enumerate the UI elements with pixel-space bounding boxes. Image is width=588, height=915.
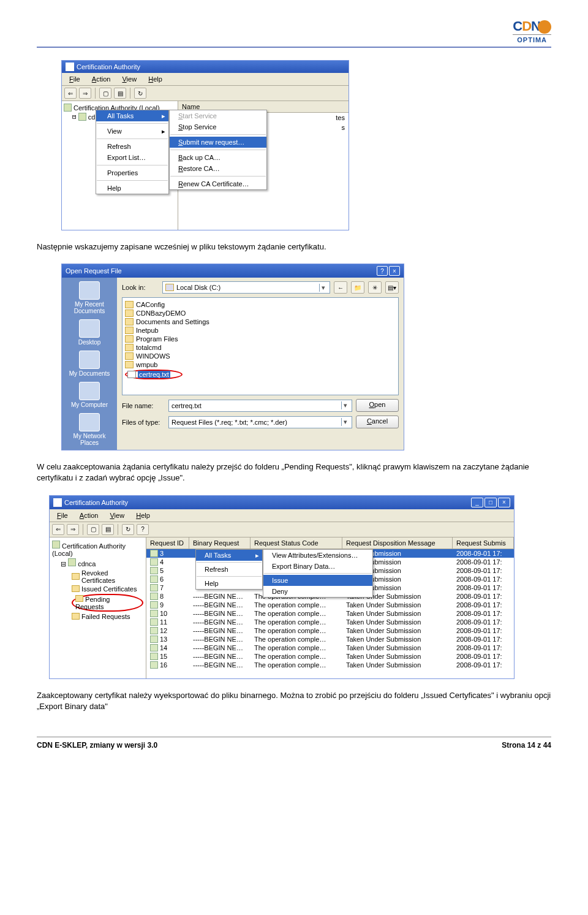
dropdown-icon[interactable]: ▾ — [319, 284, 327, 292]
props-button[interactable]: ▤ — [114, 88, 126, 99]
cell-binary: -----BEGIN NE… — [189, 652, 251, 661]
up-button[interactable]: 📁 — [351, 281, 364, 294]
col-request-id[interactable]: Request ID — [146, 537, 189, 549]
back-button[interactable]: ← — [334, 281, 347, 294]
menu-renew-ca-cert[interactable]: Renew CA Certificate… — [170, 178, 266, 189]
table-row[interactable]: 16-----BEGIN NE…The operation comple…Tak… — [146, 661, 514, 669]
folder-name: Program Files — [136, 335, 178, 343]
newfolder-button[interactable]: ✳ — [368, 281, 382, 294]
back-button[interactable]: ⇐ — [64, 88, 77, 99]
cell-binary: -----BEGIN NE… — [189, 601, 251, 609]
menu-file[interactable]: File — [52, 511, 73, 520]
menu-view[interactable]: View — [105, 511, 129, 520]
folder-row[interactable]: wmpub — [125, 360, 396, 369]
close-button[interactable]: × — [389, 266, 400, 276]
menu-refresh[interactable]: Refresh — [96, 141, 168, 152]
menu-view[interactable]: View — [96, 126, 168, 137]
ca-icon — [68, 558, 76, 566]
lookin-combo[interactable]: Local Disk (C:) ▾ — [162, 281, 330, 294]
file-list[interactable]: CAConfigCDNBazyDEMODocuments and Setting… — [122, 297, 399, 395]
tree-issued[interactable]: Issued Certificates — [52, 585, 143, 593]
forward-button[interactable]: ⇒ — [67, 524, 79, 535]
place-recent[interactable]: My Recent Documents — [64, 281, 115, 314]
back-button[interactable]: ⇐ — [52, 524, 64, 535]
menu-export-binary[interactable]: Export Binary Data… — [263, 561, 372, 572]
table-row[interactable]: 15-----BEGIN NE…The operation comple…Tak… — [146, 652, 514, 661]
folder-name: wmpub — [136, 361, 157, 368]
folder-row[interactable]: WINDOWS — [125, 352, 396, 360]
menu-help[interactable]: Help — [196, 578, 262, 589]
maximize-button[interactable]: □ — [484, 498, 497, 507]
folder-row[interactable]: CAConfig — [125, 300, 396, 309]
menu-backup-ca[interactable]: Back up CA… — [170, 152, 266, 163]
place-desktop[interactable]: Desktop — [78, 319, 101, 346]
menu-submit-new-request[interactable]: Submit new request… — [170, 137, 266, 148]
tree-pending-highlight[interactable]: Pending Requests — [52, 593, 143, 612]
menu-deny[interactable]: Deny — [263, 586, 372, 597]
menu-action[interactable]: Action — [75, 511, 104, 520]
help-button[interactable]: ? — [137, 524, 149, 535]
up-button[interactable]: ▢ — [99, 88, 111, 99]
folder-row[interactable]: Program Files — [125, 335, 396, 343]
table-row[interactable]: 11-----BEGIN NE…The operation comple…Tak… — [146, 618, 514, 626]
table-row[interactable]: 9-----BEGIN NE…The operation comple…Take… — [146, 601, 514, 609]
app-icon — [66, 63, 74, 71]
cell-date: 2008-09-01 17: — [453, 626, 514, 635]
col-submis[interactable]: Request Submis — [453, 537, 514, 549]
menu-help[interactable]: Help — [96, 183, 168, 194]
dropdown-icon[interactable]: ▾ — [341, 418, 349, 426]
refresh-button[interactable]: ↻ — [122, 524, 134, 535]
close-button[interactable]: × — [498, 498, 510, 507]
help-button[interactable]: ? — [377, 266, 388, 276]
place-network[interactable]: My Network Places — [64, 413, 115, 446]
col-disposition[interactable]: Request Disposition Message — [342, 537, 453, 549]
folder-row[interactable]: Inetpub — [125, 326, 396, 335]
menu-export-list[interactable]: Export List… — [96, 152, 168, 163]
tree-ca[interactable]: cdnca — [78, 560, 96, 568]
menu-help[interactable]: Help — [143, 74, 167, 84]
tree-child[interactable]: cd — [88, 113, 96, 121]
folder-row[interactable]: CDNBazyDEMO — [125, 309, 396, 317]
filetype-combo[interactable]: Request Files (*.req; *.txt; *.cmc; *.de… — [168, 416, 352, 428]
menu-file[interactable]: File — [64, 74, 85, 84]
table-row[interactable]: 13-----BEGIN NE…The operation comple…Tak… — [146, 635, 514, 644]
filename-input[interactable]: certreq.txt▾ — [168, 400, 352, 412]
menu-properties[interactable]: Properties — [96, 167, 168, 178]
tree-failed[interactable]: Failed Requests — [52, 612, 143, 621]
props-button[interactable]: ▤ — [102, 524, 114, 535]
menu-view-attrs[interactable]: View Attributes/Extensions… — [263, 550, 372, 561]
cell-status: The operation comple… — [251, 601, 342, 609]
refresh-button[interactable]: ↻ — [134, 88, 146, 99]
table-row[interactable]: 10-----BEGIN NE…The operation comple…Tak… — [146, 609, 514, 618]
cell-id: 15 — [160, 653, 167, 660]
selected-file-name[interactable]: certreq.txt — [138, 371, 170, 378]
menu-issue[interactable]: Issue — [263, 575, 372, 586]
place-mydocs[interactable]: My Documents — [69, 351, 110, 377]
views-button[interactable]: ▤▾ — [385, 281, 399, 294]
folder-row[interactable]: totalcmd — [125, 343, 396, 352]
separator — [97, 180, 168, 181]
menu-all-tasks[interactable]: All Tasks — [196, 550, 262, 561]
forward-button[interactable]: ⇒ — [79, 88, 91, 99]
table-row[interactable]: 12-----BEGIN NE…The operation comple…Tak… — [146, 626, 514, 635]
menu-help[interactable]: Help — [131, 511, 155, 520]
tree-root[interactable]: Certification Authority (Local) — [52, 542, 126, 557]
menu-action[interactable]: Action — [87, 74, 116, 84]
up-button[interactable]: ▢ — [87, 524, 99, 535]
menu-view[interactable]: View — [117, 74, 141, 84]
folder-icon — [125, 344, 134, 351]
tree-revoked[interactable]: Revoked Certificates — [52, 569, 143, 585]
menu-stop-service[interactable]: Stop Service — [170, 121, 266, 132]
folder-row[interactable]: Documents and Settings — [125, 317, 396, 326]
menu-all-tasks[interactable]: All Tasks — [96, 110, 168, 121]
cancel-button[interactable]: Cancel — [356, 416, 399, 428]
menu-restore-ca[interactable]: Restore CA… — [170, 163, 266, 174]
table-row[interactable]: 14-----BEGIN NE…The operation comple…Tak… — [146, 644, 514, 652]
menu-refresh[interactable]: Refresh — [196, 564, 262, 575]
minimize-button[interactable]: _ — [471, 498, 483, 507]
open-button[interactable]: Open — [356, 399, 399, 412]
col-binary-request[interactable]: Binary Request — [189, 537, 251, 549]
dropdown-icon[interactable]: ▾ — [341, 401, 349, 409]
place-mycomputer[interactable]: My Computer — [71, 382, 108, 408]
col-status-code[interactable]: Request Status Code — [251, 537, 342, 549]
